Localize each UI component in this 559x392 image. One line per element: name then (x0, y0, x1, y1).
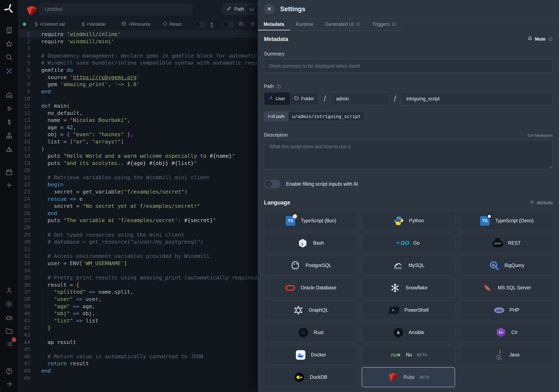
language-option-ms-sql-server[interactable]: MS SQL Server (460, 278, 553, 298)
script-title-input[interactable] (39, 3, 193, 15)
sidebar-item-ai-wand[interactable] (5, 67, 14, 76)
sidebar-item-favorites-star[interactable] (5, 40, 14, 49)
line-number: 45 (18, 346, 33, 353)
people-icon (238, 21, 244, 28)
close-icon[interactable]: ✕ (264, 4, 275, 15)
resources-cubes-icon (5, 132, 13, 141)
add-resource-label: +Resource (128, 21, 150, 27)
ruby-icon (387, 372, 399, 383)
reset-button[interactable]: Reset (163, 21, 181, 27)
language-option-docker[interactable]: Docker (264, 345, 357, 365)
sidebar-item-account-user[interactable] (5, 286, 14, 295)
favorites-star-icon (5, 40, 13, 49)
language-option-java[interactable]: JavaJava (460, 345, 553, 365)
language-option-php[interactable]: phpPHP (460, 300, 553, 320)
info-icon (548, 37, 553, 42)
line-number: 7 (18, 74, 33, 81)
settings-panel: ✕ Settings MetadataRuntimeGenerated UITr… (258, 0, 559, 392)
language-option-go[interactable]: GOGo (362, 233, 455, 253)
sidebar-item-schedules-calendar[interactable] (5, 168, 14, 177)
multiplayer-toggle[interactable] (223, 21, 234, 27)
line-number: 26 (18, 210, 33, 217)
diff-toggle[interactable] (194, 21, 206, 27)
line-number: 37 (18, 288, 33, 296)
sidebar-item-create-plus[interactable] (5, 181, 14, 190)
oracle-icon (284, 282, 296, 294)
language-option-rust[interactable]: RRust (264, 323, 357, 342)
language-option-ruby[interactable]: RubyBETA (362, 367, 455, 387)
language-option-rest[interactable]: HTTPREST (460, 233, 553, 253)
add-variable-label: +Variable (86, 21, 105, 27)
line-number: 2 (18, 38, 33, 45)
sidebar-item-variables-dollar[interactable] (5, 118, 14, 127)
language-option-nu[interactable]: nu>NuBETA (362, 345, 455, 365)
language-option-snowflake[interactable]: Snowflake (362, 278, 455, 298)
line-number: 32 (18, 253, 33, 260)
language-option-bash[interactable]: $Bash (264, 233, 357, 253)
refresh-icon (163, 21, 168, 27)
sidebar-item-collapse-arrow[interactable] (5, 380, 14, 389)
create-plus-icon (5, 181, 13, 190)
sidebar-item-audit-logs-list[interactable] (5, 340, 14, 349)
search-icon (5, 53, 13, 62)
language-option-graphql[interactable]: GraphQL (264, 300, 357, 320)
add-variable-button[interactable]: $ +Variable (82, 21, 105, 27)
sidebar-item-runs-play[interactable] (5, 105, 14, 114)
windmill-logo-icon[interactable] (3, 3, 15, 16)
tab-metadata[interactable]: Metadata (258, 18, 290, 30)
language-option-bigquery[interactable]: BigQuery (460, 255, 553, 275)
language-option-powershell[interactable]: >_PowerShell (362, 300, 455, 320)
sidebar-item-help[interactable] (5, 367, 14, 376)
path-name-input[interactable] (401, 92, 553, 105)
language-option-python[interactable]: Python (362, 211, 455, 231)
language-option-mysql[interactable]: MySQLMySQL (362, 255, 455, 275)
line-number: 47 (18, 360, 33, 367)
variables-dollar-icon (5, 119, 13, 127)
sidebar-item-search[interactable] (5, 53, 14, 62)
owner-kind-user-label: User (276, 96, 285, 101)
svg-text:$: $ (301, 242, 303, 246)
diff-icon: ± (210, 21, 213, 27)
sidebar-item-folders[interactable] (5, 327, 14, 336)
owner-kind-user-option[interactable]: User (264, 92, 290, 105)
line-number: 33 (18, 260, 33, 267)
sidebar-item-resources-cubes[interactable] (5, 132, 14, 141)
settings-title: Settings (280, 5, 305, 13)
sidebar-item-home[interactable] (5, 91, 14, 100)
language-option-oracle-database[interactable]: Oracle Database (264, 278, 357, 298)
path-owner-input[interactable] (331, 92, 389, 105)
language-option-typescript-bun[interactable]: TSTypeScript (Bun) (264, 211, 357, 231)
sidebar-item-triggers-pyramid[interactable] (5, 146, 14, 155)
sidebar-item-workers-robot[interactable] (5, 313, 14, 322)
mssql-icon (482, 282, 493, 294)
line-number: 15 (18, 131, 33, 138)
summary-input[interactable] (264, 59, 553, 73)
language-option-ansible[interactable]: AAnsible (362, 323, 455, 342)
ai-inputs-toggle[interactable] (264, 180, 280, 188)
sidebar-divider (0, 83, 18, 83)
postgresql-icon (289, 260, 301, 271)
tab-runtime[interactable]: Runtime (290, 18, 319, 30)
tab-triggers[interactable]: Triggers (366, 18, 402, 30)
editor-settings-gear-icon[interactable] (250, 21, 256, 28)
add-context-var-button[interactable]: $ +Context var (35, 21, 65, 27)
defaults-button[interactable]: defaults (530, 200, 553, 206)
info-icon (356, 22, 361, 27)
language-option-typescript-deno[interactable]: TSTypeScript (Deno) (460, 211, 553, 231)
language-option-duckdb[interactable]: DuckDB (264, 367, 357, 387)
owner-kind-folder-option[interactable]: Folder (290, 92, 318, 105)
description-textarea[interactable] (264, 140, 553, 169)
line-number: 14 (18, 124, 33, 131)
language-option-postgresql[interactable]: PostgreSQL (264, 255, 357, 275)
tab-generated-ui[interactable]: Generated UI (319, 18, 366, 30)
language-option-c[interactable]: C#C# (460, 323, 553, 342)
mute-button[interactable]: Mute (527, 36, 553, 42)
settings-tabs: MetadataRuntimeGenerated UITriggers (258, 18, 402, 30)
add-resource-button[interactable]: +Resource (121, 21, 150, 27)
sidebar-item-workspace-building[interactable] (5, 26, 14, 35)
sidebar-item-settings-gear[interactable] (5, 300, 14, 309)
mute-label: Mute (535, 36, 546, 42)
pencil-icon (226, 6, 232, 12)
line-number: 4 (18, 52, 33, 59)
path-button[interactable]: Path u/ (223, 3, 261, 15)
